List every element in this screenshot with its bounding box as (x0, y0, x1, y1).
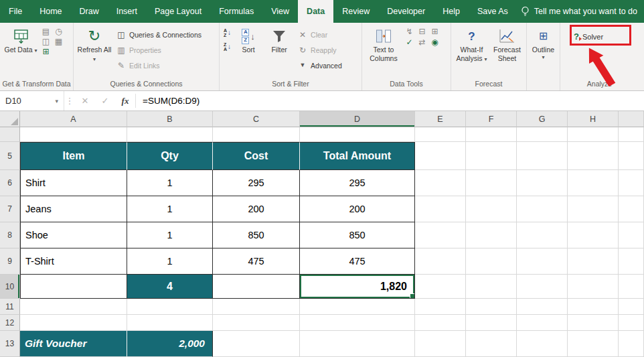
tab-data[interactable]: Data (298, 0, 333, 23)
cell-C9[interactable]: 475 (213, 248, 300, 275)
tab-formulas[interactable]: Formulas (210, 0, 262, 23)
cell[interactable] (517, 142, 568, 170)
cell-B10[interactable]: 4 (127, 275, 213, 299)
cell[interactable] (466, 170, 517, 196)
cell[interactable] (213, 127, 300, 142)
cell-A10[interactable] (20, 275, 127, 299)
relationships-icon[interactable]: ⇄ (416, 38, 428, 46)
cell-B13[interactable]: 2,000 (127, 331, 213, 357)
name-box-caret-icon[interactable]: ▾ (55, 98, 58, 104)
cell[interactable] (568, 275, 619, 299)
cell-C7[interactable]: 200 (213, 196, 300, 222)
cell[interactable] (619, 222, 644, 248)
cell-C6[interactable]: 295 (213, 170, 300, 196)
cell-D5[interactable]: Total Amount (300, 142, 415, 170)
cell[interactable] (127, 127, 213, 142)
cell[interactable] (619, 142, 644, 170)
row-header-partial[interactable] (0, 127, 20, 142)
cell[interactable] (619, 127, 644, 142)
cell[interactable] (415, 275, 466, 299)
filter-button[interactable]: Filter (264, 25, 294, 56)
cell-A13[interactable]: Gift Voucher (20, 331, 127, 357)
insert-function-icon[interactable]: fx (115, 91, 135, 111)
cell[interactable] (517, 127, 568, 142)
cell[interactable] (300, 315, 415, 331)
cell[interactable] (415, 142, 466, 170)
cell[interactable] (568, 299, 619, 315)
existing-connections-icon[interactable]: ▦ (53, 38, 64, 46)
tab-review[interactable]: Review (333, 0, 378, 23)
cell-A7[interactable]: Jeans (20, 196, 127, 222)
cell-B5[interactable]: Qty (127, 142, 213, 170)
tab-view[interactable]: View (262, 0, 298, 23)
from-text-csv-icon[interactable]: ▤ (40, 27, 52, 35)
tab-insert[interactable]: Insert (108, 0, 146, 23)
forecast-sheet-button[interactable]: Forecast Sheet (491, 25, 524, 64)
cell[interactable] (20, 315, 127, 331)
cell[interactable] (127, 315, 213, 331)
cell-A5[interactable]: Item (20, 142, 127, 170)
cell[interactable] (213, 331, 300, 357)
cell[interactable] (568, 196, 619, 222)
cell[interactable] (517, 331, 568, 357)
row-header-13[interactable]: 13 (0, 331, 20, 357)
row-header-12[interactable]: 12 (0, 315, 20, 331)
select-all-corner[interactable] (0, 111, 20, 127)
cell[interactable] (466, 222, 517, 248)
cell[interactable] (619, 170, 644, 196)
row-header-5[interactable]: 5 (0, 142, 20, 170)
cell-D9[interactable]: 475 (300, 248, 415, 275)
cell[interactable] (213, 315, 300, 331)
cell-B9[interactable]: 1 (127, 248, 213, 275)
cell[interactable] (568, 331, 619, 357)
sort-descending-button[interactable]: ZA ↓ (224, 42, 231, 52)
cell[interactable] (568, 170, 619, 196)
cell[interactable] (415, 127, 466, 142)
flash-fill-icon[interactable]: ↯ (404, 27, 415, 35)
tab-help[interactable]: Help (434, 0, 469, 23)
cell[interactable] (415, 196, 466, 222)
cell[interactable] (568, 142, 619, 170)
row-header-11[interactable]: 11 (0, 299, 20, 315)
cell[interactable] (517, 222, 568, 248)
cell[interactable] (517, 196, 568, 222)
row-header-8[interactable]: 8 (0, 222, 20, 248)
edit-links-button[interactable]: ✎ Edit Links (114, 58, 204, 73)
col-header-D[interactable]: D (300, 111, 415, 127)
cell[interactable] (466, 196, 517, 222)
recent-sources-icon[interactable]: ◷ (53, 27, 64, 35)
cell[interactable] (517, 299, 568, 315)
queries-connections-button[interactable]: ◫ Queries & Connections (114, 27, 204, 42)
cell-D6[interactable]: 295 (300, 170, 415, 196)
cell-D10[interactable]: 1,820 (300, 275, 415, 299)
clear-filter-button[interactable]: ✕ Clear (295, 27, 345, 42)
cell[interactable] (466, 299, 517, 315)
cell[interactable] (619, 196, 644, 222)
tab-save-as[interactable]: Save As (469, 0, 517, 23)
from-table-icon[interactable]: ⊞ (40, 48, 52, 56)
cell[interactable] (517, 315, 568, 331)
cell[interactable] (466, 315, 517, 331)
solver-button[interactable]: ? Solver (574, 31, 636, 42)
cell[interactable] (568, 315, 619, 331)
col-header-B[interactable]: B (127, 111, 213, 127)
cell-C5[interactable]: Cost (213, 142, 300, 170)
cell-C8[interactable]: 850 (213, 222, 300, 248)
tab-page-layout[interactable]: Page Layout (146, 0, 210, 23)
cell[interactable] (568, 222, 619, 248)
col-header-F[interactable]: F (466, 111, 517, 127)
col-header-E[interactable]: E (415, 111, 466, 127)
cell[interactable] (300, 299, 415, 315)
row-header-9[interactable]: 9 (0, 248, 20, 275)
name-box[interactable]: D10 ▾ (0, 91, 64, 111)
tab-home[interactable]: Home (31, 0, 70, 23)
refresh-all-button[interactable]: ↻ Refresh All ▾ (76, 25, 112, 64)
cell[interactable] (415, 170, 466, 196)
cell[interactable] (517, 248, 568, 275)
cell[interactable] (466, 331, 517, 357)
properties-button[interactable]: ▥ Properties (114, 42, 204, 58)
cell-D8[interactable]: 850 (300, 222, 415, 248)
cell[interactable] (466, 248, 517, 275)
col-header-G[interactable]: G (517, 111, 568, 127)
sort-ascending-button[interactable]: AZ ↓ (224, 28, 231, 38)
